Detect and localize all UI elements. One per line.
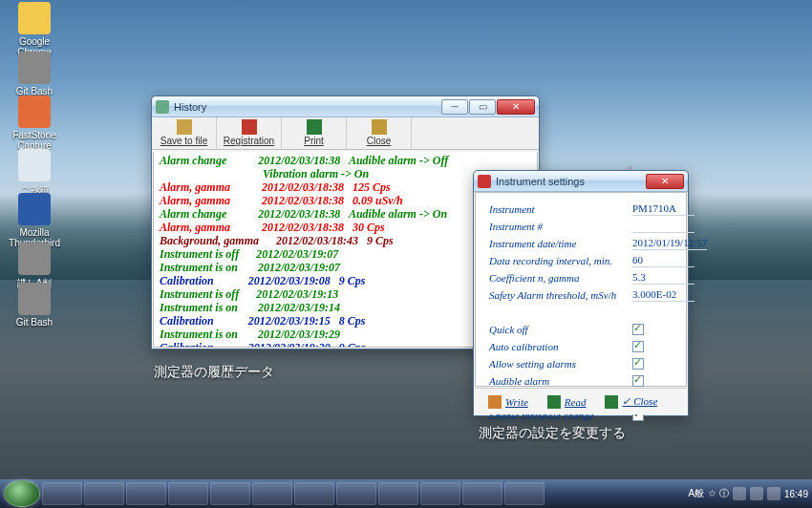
settings-field: InstrumentPM1710A <box>489 201 673 218</box>
taskbar-item[interactable] <box>504 482 545 505</box>
tray-icon[interactable] <box>767 487 780 500</box>
taskbar-item[interactable] <box>336 482 376 505</box>
taskbar-item[interactable] <box>42 482 82 505</box>
instrument-titlebar[interactable]: Instrument settings ✕ <box>474 171 688 192</box>
settings-field: Instrument date/time2012/01/19/12:57 <box>489 235 673 252</box>
clock[interactable]: 16:49 <box>784 489 808 499</box>
history-title: History <box>174 101 206 113</box>
toolbar-label: Save to file <box>158 136 210 146</box>
app-icon <box>18 193 51 225</box>
checkbox-label: Auto calibration <box>489 341 632 352</box>
taskbar-item[interactable] <box>210 482 250 505</box>
toolbar-button[interactable]: Registration <box>217 117 282 149</box>
instrument-window-icon <box>478 175 491 188</box>
icon-label: Git Bash <box>6 317 63 328</box>
settings-field: Data recording interval, min.60 <box>489 252 673 269</box>
footer-button[interactable]: ✓ Close <box>605 395 657 409</box>
field-label: Instrument date/time <box>489 238 632 249</box>
tray-icon[interactable] <box>750 487 763 500</box>
footer-icon <box>488 395 502 409</box>
app-icon <box>18 95 51 128</box>
checkbox[interactable] <box>632 375 644 387</box>
footer-label: Read <box>565 396 587 408</box>
taskbar-item[interactable] <box>252 482 292 505</box>
tray-extra[interactable]: ☆ ⓘ <box>708 487 729 500</box>
footer-label: Write <box>505 396 528 408</box>
close-button[interactable]: ✕ <box>497 99 535 115</box>
field-value[interactable]: 2012/01/19/12:57 <box>632 237 707 250</box>
settings-checkbox-row: Allow setting alarms <box>489 355 673 372</box>
field-label: Instrument <box>489 203 632 215</box>
app-icon <box>18 283 51 315</box>
icon-label: FastStone Capture <box>6 130 63 151</box>
desktop-icon[interactable]: ごみ箱 <box>6 149 63 197</box>
system-tray[interactable]: A般 ☆ ⓘ 16:49 <box>689 487 808 500</box>
checkbox-label: Audible alarm <box>489 375 632 387</box>
field-value[interactable]: 5.3 <box>632 271 694 285</box>
footer-icon <box>605 395 618 409</box>
field-value[interactable]: 60 <box>632 254 694 267</box>
field-label: Safety Alarm threshold, mSv/h <box>489 289 632 301</box>
field-value[interactable]: PM1710A <box>632 202 694 216</box>
instrument-footer: WriteRead✓ Close <box>475 388 687 414</box>
settings-checkbox-row: Quick off <box>489 321 673 338</box>
ime-indicator[interactable]: A般 <box>689 487 705 500</box>
taskbar-item[interactable] <box>168 482 208 505</box>
taskbar-item[interactable] <box>378 482 418 505</box>
desktop-icon[interactable]: Google Chrome <box>6 2 63 57</box>
start-button[interactable] <box>4 480 40 507</box>
toolbar-button[interactable]: Save to file <box>152 117 217 149</box>
footer-icon <box>547 395 561 409</box>
app-icon <box>18 243 51 275</box>
toolbar-button[interactable]: Print <box>282 117 347 149</box>
toolbar-icon <box>242 119 257 135</box>
maximize-button[interactable]: ▭ <box>469 99 496 115</box>
minimize-button[interactable]: ─ <box>441 99 468 115</box>
history-titlebar[interactable]: History ─ ▭ ✕ <box>152 96 539 117</box>
taskbar-item[interactable] <box>294 482 334 505</box>
checkbox[interactable] <box>632 358 644 370</box>
desktop-icon[interactable]: Git Bash <box>6 52 63 96</box>
field-value[interactable] <box>632 220 694 233</box>
checkbox[interactable] <box>632 341 644 352</box>
annotation-settings: 測定器の設定を変更する <box>479 425 626 442</box>
taskbar-item[interactable] <box>420 482 460 505</box>
footer-button[interactable]: Write <box>488 395 528 409</box>
settings-field: Safety Alarm threshold, mSv/h3.000E-02 <box>489 286 673 304</box>
settings-field: Instrument # <box>489 218 673 235</box>
desktop-icon[interactable]: Mozilla Thunderbird <box>6 193 63 248</box>
app-icon <box>18 149 51 181</box>
instrument-title: Instrument settings <box>496 176 585 187</box>
toolbar-button[interactable]: Close <box>347 117 412 149</box>
close-button[interactable]: ✕ <box>646 174 684 189</box>
taskbar[interactable]: A般 ☆ ⓘ 16:49 <box>0 479 812 508</box>
field-value[interactable]: 3.000E-02 <box>632 288 694 302</box>
taskbar-item[interactable] <box>462 482 502 505</box>
taskbar-item[interactable] <box>84 482 124 505</box>
field-label: Coefficient n, gamma <box>489 272 632 284</box>
toolbar-label: Print <box>288 136 340 146</box>
desktop-icon[interactable]: Git Bash <box>6 283 63 328</box>
annotation-history: 測定器の履歴データ <box>154 364 274 381</box>
app-icon <box>18 2 51 34</box>
checkbox[interactable] <box>632 324 644 335</box>
toolbar-icon <box>372 119 387 135</box>
instrument-settings-window: Instrument settings ✕ InstrumentPM1710AI… <box>473 170 689 416</box>
taskbar-item[interactable] <box>126 482 166 505</box>
footer-button[interactable]: Read <box>547 395 587 409</box>
settings-field: Coefficient n, gamma5.3 <box>489 269 673 286</box>
settings-checkbox-row: Auto calibration <box>489 338 673 355</box>
app-icon <box>18 52 51 84</box>
field-label: Data recording interval, min. <box>489 255 632 266</box>
field-label: Instrument # <box>489 221 632 232</box>
toolbar-icon <box>307 119 322 135</box>
footer-label: ✓ Close <box>622 395 657 408</box>
history-window-icon <box>156 100 169 114</box>
log-row: Alarm change 2012/02/03/18:38 Audible al… <box>160 154 531 167</box>
tray-icon[interactable] <box>733 487 746 500</box>
desktop-icon[interactable]: FastStone Capture <box>6 95 63 151</box>
checkbox-label: Quick off <box>489 324 632 335</box>
instrument-form: InstrumentPM1710AInstrument #Instrument … <box>475 192 687 387</box>
checkbox-label: Allow setting alarms <box>489 358 632 370</box>
toolbar-icon <box>177 119 192 135</box>
